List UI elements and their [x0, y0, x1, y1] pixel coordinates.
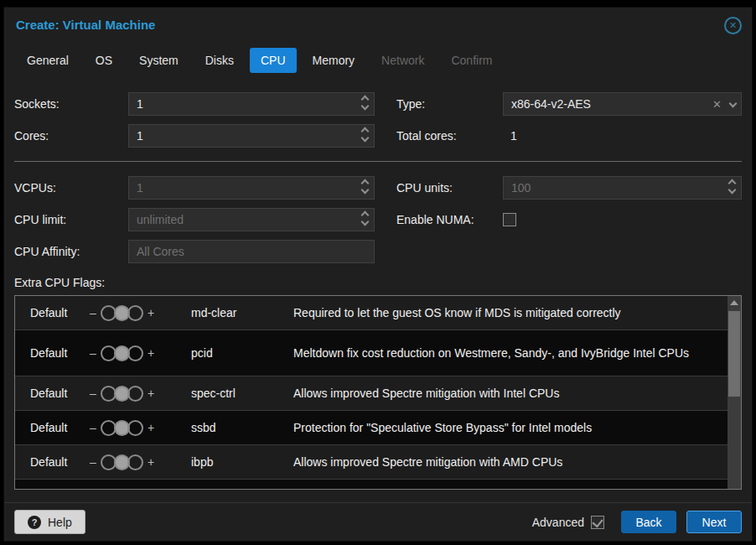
vcpus-label: VCPUs: [14, 181, 128, 195]
flag-name: ssbd [191, 421, 293, 434]
flag-row-pcid: Default pcid Meltdown fix cost reduction… [15, 330, 741, 376]
tab-network: Network [370, 48, 435, 73]
minus-icon[interactable] [89, 346, 97, 360]
dialog-title: Create: Virtual Machine [16, 18, 155, 32]
cpu-units-value: 100 [511, 181, 531, 195]
cpu-limit-spinner[interactable]: unlimited [128, 208, 375, 231]
scrollbar-thumb[interactable] [728, 311, 740, 397]
flag-state-label: Default [15, 387, 89, 400]
flag-row-ibpb: Default ibpb Allows improved Spectre mit… [15, 445, 741, 480]
total-cores-value: 1 [503, 129, 517, 143]
section-divider [14, 161, 742, 162]
grid-scrollbar[interactable] [728, 296, 741, 489]
cpu-affinity-label: CPU Affinity: [14, 245, 128, 258]
enable-numa-checkbox[interactable] [503, 213, 516, 226]
vcpus-spinner: 1 [128, 176, 375, 200]
vcpus-value: 1 [137, 181, 143, 195]
minus-icon[interactable] [89, 455, 97, 469]
extra-cpu-flags-label: Extra CPU Flags: [14, 276, 742, 289]
cpu-affinity-placeholder: All Cores [137, 245, 184, 258]
flag-name: pcid [191, 346, 293, 360]
cores-label: Cores: [14, 129, 128, 143]
plus-icon[interactable] [147, 346, 155, 360]
flag-description: Allows improved Spectre mitigation with … [293, 382, 719, 405]
cpu-flags-grid: Default md-clear Required to let the gue… [14, 295, 742, 490]
total-cores-label: Total cores: [396, 129, 503, 143]
flag-description: Protection for "Speculative Store Bypass… [293, 417, 719, 439]
flag-description: Basis for "Speculative Store Bypass" pro… [293, 485, 719, 490]
dialog-header: Create: Virtual Machine [4, 8, 752, 41]
tab-cpu[interactable]: CPU [250, 48, 297, 73]
tri-state-toggle[interactable] [101, 454, 143, 470]
plus-icon[interactable] [147, 455, 155, 469]
flag-row-spec-ctrl: Default spec-ctrl Allows improved Spectr… [15, 376, 741, 411]
tri-state-toggle[interactable] [101, 489, 143, 490]
cpu-affinity-input[interactable]: All Cores [128, 240, 375, 263]
minus-icon[interactable] [89, 387, 97, 400]
tab-memory[interactable]: Memory [302, 48, 366, 73]
type-value: x86-64-v2-AES [511, 97, 591, 111]
help-icon [28, 516, 41, 529]
flag-description: Meltdown fix cost reduction on Westmere,… [293, 342, 719, 365]
enable-numa-label: Enable NUMA: [396, 213, 503, 226]
spinner-arrows-icon [729, 180, 735, 193]
cpu-units-spinner: 100 [503, 176, 742, 200]
next-button[interactable]: Next [686, 511, 742, 533]
flag-name: spec-ctrl [191, 387, 293, 400]
flag-state-label: Default [15, 421, 89, 434]
plus-icon[interactable] [147, 306, 155, 319]
cpu-panel: Sockets: 1 Type: x86-64-v2-AES Cores: 1 [4, 78, 752, 490]
close-icon[interactable] [724, 17, 742, 34]
tab-bar: General OS System Disks CPU Memory Netwo… [4, 41, 752, 78]
scroll-up-icon[interactable] [728, 296, 741, 309]
plus-icon[interactable] [147, 387, 155, 400]
flag-name: ibpb [191, 455, 293, 469]
tri-state-toggle[interactable] [101, 345, 143, 361]
sockets-label: Sockets: [14, 97, 128, 111]
flag-name: md-clear [191, 306, 293, 319]
create-vm-dialog: Create: Virtual Machine General OS Syste… [3, 7, 753, 542]
cpu-limit-label: CPU limit: [14, 213, 128, 226]
flag-row-md-clear: Default md-clear Required to let the gue… [15, 296, 741, 330]
type-label: Type: [396, 97, 503, 111]
cpu-limit-placeholder: unlimited [137, 213, 184, 226]
flag-state-label: Default [15, 306, 89, 319]
flag-row-virt-ssbd: Default virt-ssbd Basis for "Speculative… [15, 480, 741, 490]
minus-icon[interactable] [89, 421, 97, 434]
back-button[interactable]: Back [621, 511, 676, 533]
tab-general[interactable]: General [16, 48, 80, 73]
flag-row-ssbd: Default ssbd Protection for "Speculative… [15, 411, 741, 445]
flag-description: Allows improved Spectre mitigation with … [293, 451, 719, 474]
flag-state-label: Default [15, 346, 89, 360]
clear-icon[interactable] [712, 98, 722, 111]
chevron-down-icon[interactable] [729, 99, 738, 107]
minus-icon[interactable] [89, 306, 97, 319]
tab-os[interactable]: OS [85, 48, 123, 73]
spinner-arrows-icon[interactable] [362, 212, 368, 225]
help-button[interactable]: Help [14, 510, 85, 534]
help-button-label: Help [48, 516, 72, 529]
spinner-arrows-icon[interactable] [362, 128, 368, 141]
tab-disks[interactable]: Disks [194, 48, 245, 73]
flag-description: Required to let the guest OS know if MDS… [293, 302, 719, 324]
cpu-units-label: CPU units: [396, 181, 503, 195]
cores-spinner[interactable]: 1 [128, 124, 375, 148]
advanced-label: Advanced [532, 516, 584, 529]
cores-value: 1 [137, 129, 143, 143]
tab-confirm: Confirm [440, 48, 503, 73]
tri-state-toggle[interactable] [101, 305, 143, 321]
type-combobox[interactable]: x86-64-v2-AES [503, 92, 742, 116]
tab-system[interactable]: System [128, 48, 189, 73]
tri-state-toggle[interactable] [101, 420, 143, 436]
sockets-spinner[interactable]: 1 [128, 92, 375, 116]
tri-state-toggle[interactable] [101, 386, 143, 402]
advanced-checkbox[interactable] [591, 516, 604, 529]
sockets-value: 1 [137, 97, 143, 111]
spinner-arrows-icon [362, 180, 368, 193]
spinner-arrows-icon[interactable] [362, 96, 368, 109]
dialog-footer: Help Advanced Back Next [4, 502, 752, 541]
flag-state-label: Default [15, 455, 89, 469]
plus-icon[interactable] [147, 421, 155, 434]
